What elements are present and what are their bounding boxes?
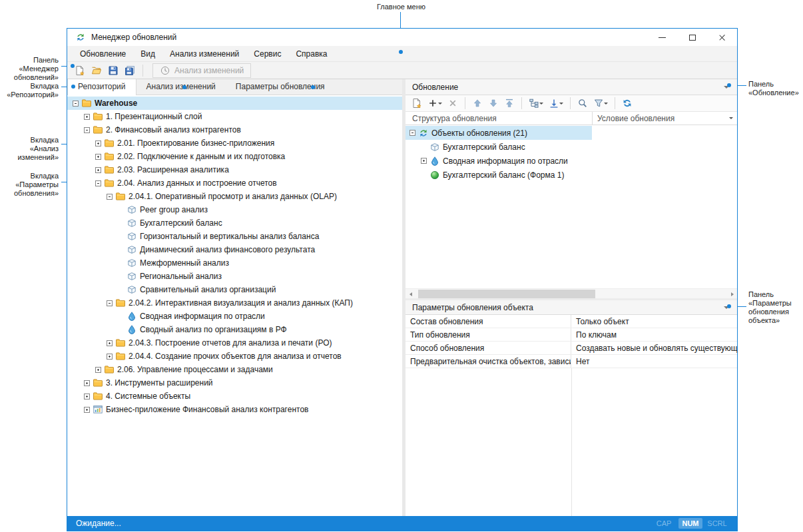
repo-tree-item[interactable]: Peer group анализ bbox=[67, 203, 402, 216]
move-up-button[interactable] bbox=[470, 96, 485, 111]
new-object-button[interactable] bbox=[409, 96, 424, 111]
toolbar-separator bbox=[570, 97, 571, 109]
expand-icon[interactable] bbox=[107, 354, 113, 360]
repo-tree-item[interactable]: Сводный анализ по организациям в РФ bbox=[67, 323, 402, 336]
expand-icon[interactable] bbox=[84, 407, 90, 413]
minimize-button[interactable] bbox=[647, 29, 677, 46]
repo-tree-item[interactable]: Бухгалтерский баланс bbox=[67, 216, 402, 230]
open-button[interactable] bbox=[89, 63, 104, 78]
collapse-icon[interactable] bbox=[73, 101, 79, 107]
structure-button[interactable] bbox=[527, 96, 545, 111]
object-params-panel: Параметры обновления объекта Состав обно… bbox=[405, 300, 737, 516]
horizontal-scrollbar[interactable] bbox=[405, 288, 737, 298]
repo-tree-item[interactable]: Динамический анализ финансового результа… bbox=[67, 243, 402, 256]
update-panel-title: Обновление bbox=[412, 83, 458, 92]
move-down-button[interactable] bbox=[486, 96, 501, 111]
repo-tree-item[interactable]: 2.01. Проектирование бизнес-приложения bbox=[67, 136, 402, 150]
menu-item-service[interactable]: Сервис bbox=[246, 46, 288, 62]
update-tree-item[interactable]: Бухгалтерский баланс bbox=[405, 140, 737, 154]
expand-icon[interactable] bbox=[84, 380, 90, 386]
menu-item-change-analysis[interactable]: Анализ изменений bbox=[162, 46, 246, 62]
refresh-button[interactable] bbox=[620, 96, 635, 111]
property-row[interactable]: Предварительная очистка объектов, зависи… bbox=[405, 355, 737, 368]
property-value[interactable]: Нет bbox=[571, 355, 737, 368]
refresh-icon bbox=[622, 98, 633, 109]
close-button[interactable] bbox=[707, 29, 737, 46]
new-button[interactable] bbox=[73, 63, 87, 78]
repo-tree-item[interactable]: 2.04.1. Оперативный просмотр и анализ да… bbox=[67, 190, 402, 203]
save-all-button[interactable] bbox=[123, 63, 137, 78]
menu-item-view[interactable]: Вид bbox=[133, 46, 162, 62]
property-value[interactable]: Создавать новые и обновлять существующие bbox=[571, 342, 737, 354]
property-value[interactable]: По ключам bbox=[571, 328, 737, 341]
scroll-right-button[interactable] bbox=[727, 289, 737, 298]
expand-icon[interactable] bbox=[107, 340, 113, 346]
expand-icon[interactable] bbox=[95, 140, 101, 146]
num-lock-indicator: NUM bbox=[678, 518, 702, 529]
repo-tree-item[interactable]: 1. Презентационный слой bbox=[67, 110, 402, 123]
repo-tree-item[interactable]: 2.02. Подключение к данным и их подготов… bbox=[67, 150, 402, 163]
repo-tree-item[interactable]: Региональный анализ bbox=[67, 270, 402, 283]
repo-tree-item[interactable]: Warehouse bbox=[67, 97, 402, 110]
update-tree-item[interactable]: Объекты обновления (21) bbox=[405, 126, 737, 140]
callout-panel-object-params: Панель «Параметры обновления объекта» bbox=[748, 290, 802, 325]
maximize-button[interactable] bbox=[677, 29, 707, 46]
menu-item-help[interactable]: Справка bbox=[288, 46, 334, 62]
move-top-button[interactable] bbox=[502, 96, 517, 111]
repo-tree-item[interactable]: 2.04. Анализ данных и построение отчетов bbox=[67, 176, 402, 190]
levels-button[interactable] bbox=[547, 96, 565, 111]
expand-icon[interactable] bbox=[95, 154, 101, 160]
update-panel-header[interactable]: Обновление bbox=[405, 79, 737, 95]
tree-item-label: 2.03. Расширенная аналитика bbox=[117, 165, 229, 174]
property-value[interactable]: Только объект bbox=[571, 315, 737, 328]
property-row[interactable]: Способ обновления Создавать новые и обно… bbox=[405, 342, 737, 355]
expand-icon[interactable] bbox=[421, 158, 427, 164]
tab-update-parameters[interactable]: Параметры обновления bbox=[226, 79, 335, 95]
property-row[interactable]: Состав обновления Только объект bbox=[405, 315, 737, 328]
property-row[interactable]: Тип обновления По ключам bbox=[405, 328, 737, 342]
tab-change-analysis[interactable]: Анализ изменений bbox=[136, 79, 226, 95]
repo-tree-item[interactable]: 2.04.3. Построение отчетов для анализа и… bbox=[67, 336, 402, 350]
titlebar[interactable]: Менеджер обновлений bbox=[67, 29, 737, 46]
collapse-icon[interactable] bbox=[95, 180, 101, 186]
expand-icon[interactable] bbox=[84, 114, 90, 120]
update-tree-item[interactable]: Сводная информация по отрасли bbox=[405, 154, 737, 168]
search-button[interactable] bbox=[575, 96, 590, 111]
collapse-icon[interactable] bbox=[107, 300, 113, 306]
header-filter-caret-icon[interactable] bbox=[729, 117, 733, 119]
repo-tree-item[interactable]: Сводная информация по отрасли bbox=[67, 310, 402, 323]
column-header-structure[interactable]: Структура обновления bbox=[405, 112, 593, 125]
repo-tree-item[interactable]: Сравнительный анализ организаций bbox=[67, 283, 402, 296]
expand-icon[interactable] bbox=[95, 167, 101, 173]
repo-tree-item[interactable]: 3. Инструменты расширений bbox=[67, 376, 402, 390]
repo-tree-item[interactable]: Горизонтальный и вертикальны анализ бала… bbox=[67, 230, 402, 243]
update-tree-item[interactable]: Бухгалтерский баланс (Форма 1) bbox=[405, 168, 737, 182]
add-button[interactable] bbox=[425, 96, 444, 111]
collapse-icon[interactable] bbox=[107, 194, 113, 200]
repo-tree-item[interactable]: 2. Финансовый анализ контрагентов bbox=[67, 123, 402, 136]
callout-tab-update-params: Вкладка «Параметры обновления» bbox=[0, 172, 59, 198]
repo-tree-item[interactable]: Бизнес-приложение Финансовый анализ конт… bbox=[67, 403, 402, 416]
repo-tree-item[interactable]: Межформенный анализ bbox=[67, 256, 402, 270]
filter-button[interactable] bbox=[591, 96, 610, 111]
save-button[interactable] bbox=[106, 63, 121, 78]
scrollbar-track[interactable] bbox=[415, 289, 727, 298]
tab-repository[interactable]: Репозиторий bbox=[67, 79, 136, 95]
folder-icon bbox=[93, 111, 103, 122]
collapse-icon[interactable] bbox=[84, 127, 90, 133]
repo-tree-item[interactable]: 2.04.2. Интерактивная визуализация и ана… bbox=[67, 296, 402, 310]
collapse-icon[interactable] bbox=[409, 130, 415, 136]
scrollbar-thumb[interactable] bbox=[418, 290, 595, 298]
menu-item-update[interactable]: Обновление bbox=[73, 46, 133, 62]
object-params-header[interactable]: Параметры обновления объекта bbox=[405, 300, 737, 315]
delete-button[interactable] bbox=[445, 96, 460, 111]
expand-icon[interactable] bbox=[95, 367, 101, 373]
repo-tree-item[interactable]: 2.06. Управление процессами и задачами bbox=[67, 363, 402, 376]
expand-icon[interactable] bbox=[84, 394, 90, 399]
repo-tree-item[interactable]: 4. Системные объекты bbox=[67, 390, 402, 403]
scroll-left-button[interactable] bbox=[405, 289, 415, 298]
repo-tree-item[interactable]: 2.04.4. Создание прочих объектов для ана… bbox=[67, 350, 402, 363]
repo-tree-item[interactable]: 2.03. Расширенная аналитика bbox=[67, 163, 402, 176]
toolbar-separator bbox=[521, 97, 522, 109]
column-header-condition[interactable]: Условие обновления bbox=[593, 112, 737, 125]
